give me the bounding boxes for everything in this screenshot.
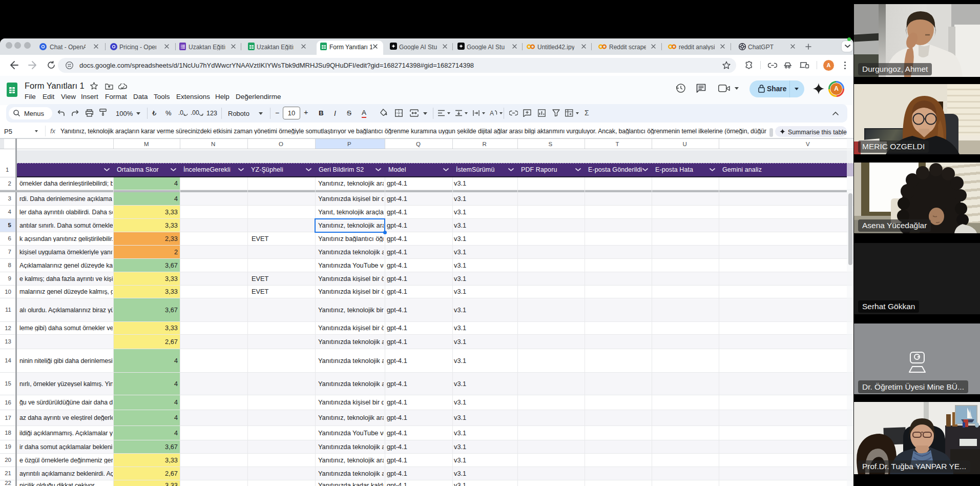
svg-text:A: A (490, 110, 494, 116)
